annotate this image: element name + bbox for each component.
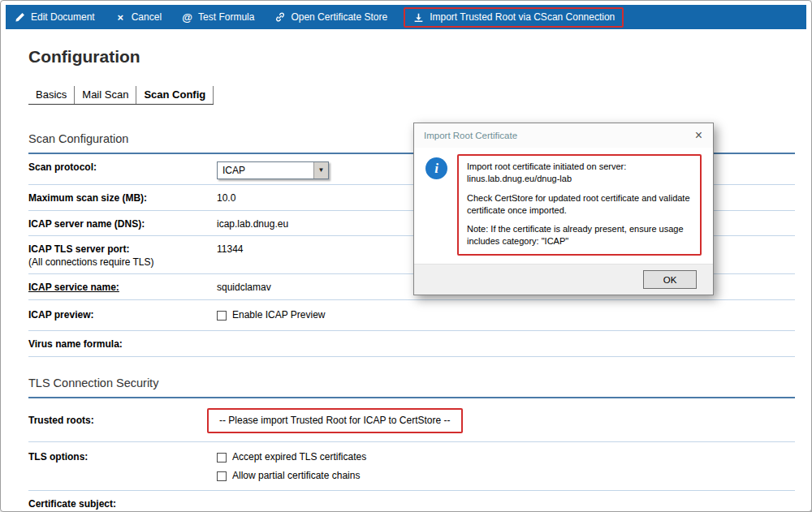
max-scan-size-value: 10.0: [217, 191, 235, 205]
scan-protocol-value: ICAP: [218, 162, 313, 179]
import-trusted-root-label: Import Trusted Root via CScan Connection: [430, 11, 615, 23]
form-row-virus-name-formula: Virus name formula:: [28, 331, 795, 357]
tls-security-form: Trusted roots: -- Please import Trusted …: [28, 398, 795, 512]
open-certificate-store-label: Open Certificate Store: [291, 11, 387, 23]
icap-tls-port-label: ICAP TLS server port: (All connections r…: [28, 242, 217, 269]
tab-bar: Basics Mail Scan Scan Config: [28, 86, 214, 105]
icap-server-name-label: ICAP server name (DNS):: [28, 217, 217, 231]
tls-connection-security-section-title: TLS Connection Security: [28, 376, 795, 398]
cancel-button[interactable]: × Cancel: [114, 11, 162, 24]
icap-preview-label: ICAP preview:: [28, 308, 217, 322]
enable-icap-preview-checkbox[interactable]: Enable ICAP Preview: [217, 309, 326, 322]
dialog-footer: OK: [414, 264, 713, 295]
test-formula-button[interactable]: @ Test Formula: [181, 11, 254, 24]
form-row-certificate-subject: Certificate subject:: [28, 491, 795, 512]
edit-document-label: Edit Document: [31, 11, 95, 23]
form-row-trusted-roots: Trusted roots: -- Please import Trusted …: [28, 398, 795, 443]
at-sign-icon: @: [181, 11, 193, 24]
dialog-message-highlight-box: Import root certificate initiated on ser…: [457, 154, 702, 256]
import-trusted-root-button[interactable]: Import Trusted Root via CScan Connection: [404, 7, 624, 28]
virus-name-formula-label: Virus name formula:: [28, 337, 217, 351]
icap-tls-port-label-text: ICAP TLS server port:: [28, 243, 129, 255]
dialog-message-line-1: Import root certificate initiated on ser…: [467, 161, 692, 185]
allow-partial-chains-checkbox-label: Allow partial certificate chains: [232, 470, 360, 483]
action-toolbar: Edit Document × Cancel @ Test Formula Op…: [6, 5, 806, 29]
icap-service-name-label: ICAP service name:: [28, 280, 217, 295]
page-title: Configuration: [28, 47, 795, 67]
icap-tls-port-sublabel: (All connections require TLS): [28, 256, 217, 269]
dialog-body: i Import root certificate initiated on s…: [414, 148, 713, 264]
test-formula-label: Test Formula: [198, 11, 254, 23]
trusted-roots-label: Trusted roots:: [28, 413, 217, 428]
ok-button[interactable]: OK: [643, 270, 697, 289]
tab-mail-scan[interactable]: Mail Scan: [75, 86, 136, 104]
dialog-title: Import Root Certificate: [424, 131, 517, 140]
icap-tls-port-value: 11344: [217, 242, 243, 256]
chain-link-icon: [274, 11, 286, 24]
tab-basics[interactable]: Basics: [28, 86, 75, 104]
dropdown-arrow-icon[interactable]: ▼: [313, 162, 328, 179]
trusted-roots-value: -- Please import Trusted Root for ICAP t…: [207, 408, 463, 434]
info-icon: i: [425, 157, 447, 179]
scan-protocol-label: Scan protocol:: [28, 160, 217, 174]
dialog-close-icon[interactable]: ×: [692, 127, 706, 144]
allow-partial-chains-checkbox[interactable]: Allow partial certificate chains: [217, 470, 366, 483]
dialog-message-line-2: Check CertStore for updated root certifi…: [467, 192, 692, 217]
form-row-icap-preview: ICAP preview: Enable ICAP Preview: [28, 300, 795, 331]
accept-expired-tls-checkbox[interactable]: Accept expired TLS certificates: [217, 451, 366, 464]
icap-service-name-value: squidclamav: [217, 280, 271, 295]
max-scan-size-label: Maximum scan size (MB):: [28, 191, 217, 205]
dialog-message-line-3: Note: If the certificate is already pres…: [467, 223, 692, 247]
dialog-titlebar[interactable]: Import Root Certificate ×: [414, 123, 713, 148]
tls-options-label: TLS options:: [28, 450, 217, 464]
accept-expired-tls-checkbox-label: Accept expired TLS certificates: [232, 451, 366, 464]
download-import-icon: [412, 11, 425, 24]
edit-pencil-icon: [14, 11, 26, 24]
checkbox-icon[interactable]: [217, 453, 227, 463]
checkbox-icon[interactable]: [217, 311, 227, 321]
open-certificate-store-button[interactable]: Open Certificate Store: [274, 11, 387, 24]
tab-scan-config[interactable]: Scan Config: [136, 86, 214, 104]
edit-document-button[interactable]: Edit Document: [14, 11, 95, 24]
icap-server-name-value: icap.lab.dnug.eu: [217, 217, 288, 231]
cancel-x-icon: ×: [114, 11, 127, 24]
configuration-window: Edit Document × Cancel @ Test Formula Op…: [0, 0, 812, 512]
form-row-tls-options: TLS options: Accept expired TLS certific…: [28, 442, 795, 491]
cancel-label: Cancel: [132, 11, 162, 23]
checkbox-icon[interactable]: [217, 471, 227, 481]
enable-icap-preview-checkbox-label: Enable ICAP Preview: [232, 309, 326, 322]
certificate-subject-label: Certificate subject:: [28, 497, 217, 511]
scan-protocol-dropdown[interactable]: ICAP ▼: [217, 161, 329, 179]
import-root-certificate-dialog: Import Root Certificate × i Import root …: [413, 123, 714, 295]
